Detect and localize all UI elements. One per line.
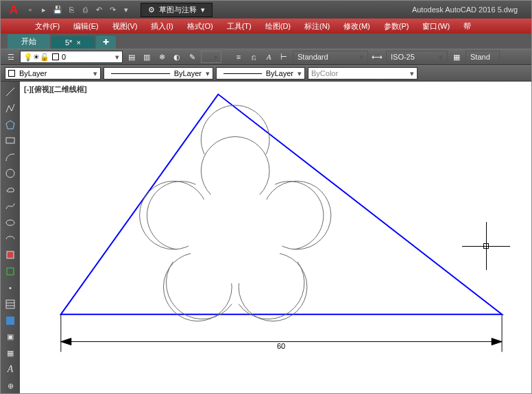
layer-props-icon[interactable]: ☲ (5, 51, 17, 63)
menu-help[interactable]: 帮 (457, 19, 478, 34)
tab-new[interactable]: ✚ (96, 36, 116, 49)
lineweight-value: ByLayer (266, 69, 293, 77)
linetype-value: ByLayer (174, 69, 202, 77)
ellipse-icon[interactable] (3, 215, 18, 230)
rectangle-icon[interactable] (3, 134, 18, 149)
saveas-icon[interactable]: ⎘ (65, 3, 77, 16)
menu-dim[interactable]: 标注(N) (298, 19, 337, 34)
text-style-selector[interactable]: Standard ▾ (293, 51, 368, 63)
menu-modify[interactable]: 修改(M) (337, 19, 377, 34)
revcloud-icon[interactable] (3, 182, 18, 197)
dim-icon[interactable]: ⟷ (371, 51, 383, 63)
chevron-down-icon: ▾ (435, 53, 443, 62)
app-title: Autodesk AutoCAD 2016 5.dwg (412, 5, 531, 14)
point-icon[interactable]: • (3, 280, 18, 295)
app-logo-icon[interactable]: A (5, 1, 23, 19)
dim-style-selector[interactable]: ISO-25 ▾ (386, 51, 448, 63)
svg-marker-20 (61, 338, 71, 345)
chevron-down-icon: ▾ (111, 53, 119, 62)
match-props-icon[interactable]: ⎌ (247, 51, 260, 63)
table-icon[interactable]: ▦ (3, 346, 18, 361)
draw-toolbar: • ▣ ▦ A ⊕ (1, 82, 20, 393)
svg-marker-21 (492, 338, 502, 345)
menu-view[interactable]: 视图(V) (106, 19, 145, 34)
linetype-selector[interactable]: ByLayer ▾ (104, 67, 213, 79)
layer-freeze-icon[interactable]: ❄ (156, 51, 168, 63)
region-icon[interactable]: ▣ (3, 330, 18, 345)
quick-access-toolbar: A ▫ ▸ 💾 ⎘ ⎙ ↶ ↷ ▾ ⚙ 草图与注释 ▾ (1, 1, 217, 19)
layer-color-swatch (52, 53, 59, 60)
color-selector[interactable]: ByLayer ▾ (5, 67, 101, 79)
menu-window[interactable]: 窗口(W) (415, 19, 457, 34)
save-icon[interactable]: 💾 (51, 3, 64, 16)
menu-param[interactable]: 参数(P) (377, 19, 416, 34)
svg-rect-2 (6, 138, 14, 143)
svg-rect-5 (7, 251, 14, 258)
dim-style-value: ISO-25 (391, 53, 415, 61)
document-tabs: 开始 5* × ✚ (1, 34, 531, 49)
mtext-icon[interactable]: A (3, 362, 18, 377)
ellipse-arc-icon[interactable] (3, 232, 18, 247)
properties-toolbar: ByLayer ▾ ByLayer ▾ ByLayer ▾ ByColor ▾ (1, 65, 531, 82)
linetype-preview (111, 73, 170, 74)
line-icon[interactable] (3, 84, 18, 99)
tab-start[interactable]: 开始 (8, 34, 50, 49)
layer-toolbar: ☲ 💡 ☀ 🔓 0 ▾ ▤ ▥ ❄ ◐ ✎ ▾ ≡ ⎌ A ⊢ Standard… (1, 49, 531, 65)
layer-tools-dropdown[interactable]: ▾ (201, 51, 221, 63)
open-icon[interactable]: ▸ (38, 3, 50, 16)
arc-icon[interactable] (3, 149, 18, 164)
undo-icon[interactable]: ↶ (93, 3, 105, 16)
table-style-selector[interactable]: Stand (466, 51, 500, 63)
close-icon[interactable]: × (76, 38, 80, 47)
menu-format[interactable]: 格式(O) (180, 19, 220, 34)
workspace-label: 草图与注释 (159, 5, 197, 15)
layer-states-icon[interactable]: ▤ (125, 51, 138, 63)
addselected-icon[interactable]: ⊕ (3, 378, 18, 393)
menu-tools[interactable]: 工具(T) (220, 19, 258, 34)
lineweight-selector[interactable]: ByLayer ▾ (216, 67, 305, 79)
menu-edit[interactable]: 编辑(E) (66, 19, 106, 34)
menu-bar: 文件(F) 编辑(E) 视图(V) 插入(I) 格式(O) 工具(T) 绘图(D… (1, 19, 531, 34)
layer-iso-icon[interactable]: ▥ (141, 51, 153, 63)
menu-insert[interactable]: 插入(I) (144, 19, 180, 34)
circle-icon[interactable] (3, 166, 18, 181)
pline-icon[interactable] (3, 101, 18, 116)
drawing-canvas[interactable]: [-][俯视][二维线框] (20, 82, 531, 393)
svg-rect-7 (6, 300, 14, 308)
layer-selector[interactable]: 💡 ☀ 🔓 0 ▾ (20, 51, 123, 63)
lightbulb-icon: 💡 (23, 53, 33, 62)
redo-icon[interactable]: ↷ (106, 3, 119, 16)
layer-off-icon[interactable]: ◐ (171, 51, 183, 63)
dim-style-icon[interactable]: ⊢ (278, 51, 290, 63)
triangle-shape (61, 95, 502, 315)
drawing-content: 60 (20, 82, 531, 393)
hatch-icon[interactable] (3, 297, 18, 312)
menu-file[interactable]: 文件(F) (28, 19, 66, 34)
text-style-icon[interactable]: A (263, 51, 275, 63)
svg-point-3 (6, 169, 14, 177)
svg-rect-6 (7, 268, 14, 275)
chevron-down-icon: ▾ (293, 69, 302, 78)
linetype-icon[interactable]: ≡ (232, 51, 245, 63)
table-style-icon[interactable]: ▦ (450, 51, 463, 63)
insert-block-icon[interactable] (3, 247, 18, 262)
polygon-icon[interactable] (3, 117, 18, 132)
sun-icon: ☀ (33, 53, 40, 62)
qat-dropdown-icon[interactable]: ▾ (120, 3, 132, 16)
lock-icon: 🔓 (40, 53, 49, 62)
new-icon[interactable]: ▫ (24, 3, 36, 16)
make-block-icon[interactable] (3, 264, 18, 279)
tab-document[interactable]: 5* × (51, 36, 95, 49)
workspace-switcher[interactable]: ⚙ 草图与注释 ▾ (141, 3, 213, 17)
plot-icon[interactable]: ⎙ (79, 3, 91, 16)
gradient-icon[interactable] (3, 313, 18, 328)
gear-icon: ⚙ (148, 5, 155, 14)
tab-document-label: 5* (65, 38, 72, 47)
plotstyle-selector[interactable]: ByColor ▾ (308, 67, 418, 79)
plotstyle-value: ByColor (311, 69, 338, 77)
spline-icon[interactable] (3, 199, 18, 214)
color-swatch (8, 70, 15, 77)
layer-match-icon[interactable]: ✎ (186, 51, 198, 63)
menu-draw[interactable]: 绘图(D) (258, 19, 298, 34)
chevron-down-icon: ▾ (406, 69, 414, 78)
